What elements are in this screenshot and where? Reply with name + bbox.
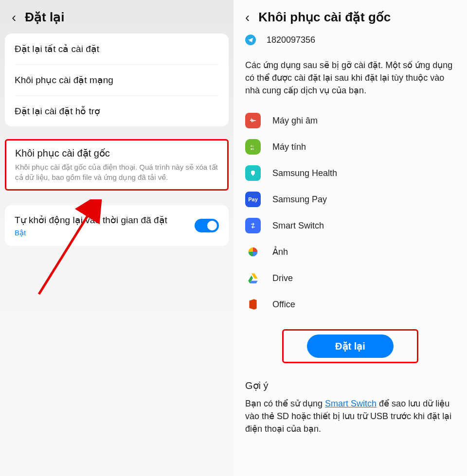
- back-icon[interactable]: ‹: [245, 11, 250, 24]
- factory-reset-title: Khôi phục cài đặt gốc: [15, 147, 218, 159]
- google-drive-icon: [245, 270, 261, 286]
- reset-options-card: Đặt lại tất cả cài đặt Khôi phục cài đặt…: [5, 34, 229, 126]
- app-row-recorder: Máy ghi âm: [245, 107, 455, 134]
- samsung-pay-icon: Pay: [245, 192, 261, 207]
- app-label: Ảnh: [272, 247, 288, 257]
- app-row-calculator: +−×÷ Máy tính: [245, 134, 455, 160]
- app-label: Máy ghi âm: [272, 116, 318, 126]
- samsung-health-icon: [245, 165, 261, 181]
- account-id: 1820097356: [267, 35, 315, 45]
- microsoft-office-icon: [245, 297, 261, 312]
- account-row: 1820097356: [234, 34, 467, 54]
- uninstall-warning-text: Các ứng dụng sau sẽ bị gỡ cài đặt. Một s…: [234, 54, 467, 106]
- reset-accessibility-settings[interactable]: Đặt lại cài đặt hỗ trợ: [5, 96, 229, 126]
- factory-reset-desc: Khôi phục cài đặt gốc của điện thoại. Qu…: [15, 162, 218, 182]
- app-label: Office: [272, 300, 295, 310]
- page-title: Đặt lại: [25, 10, 64, 25]
- app-label: Samsung Pay: [272, 194, 327, 205]
- app-label: Drive: [272, 273, 293, 283]
- smart-switch-icon: [245, 218, 261, 233]
- reset-button-highlight: Đặt lại: [282, 329, 418, 363]
- app-label: Smart Switch: [272, 221, 324, 231]
- telegram-icon: [245, 35, 256, 45]
- header-right: ‹ Khôi phục cài đặt gốc: [234, 0, 467, 34]
- auto-restart-state: Bật: [15, 229, 185, 237]
- auto-restart-toggle[interactable]: [195, 219, 219, 232]
- app-row-smart-switch: Smart Switch: [245, 212, 455, 239]
- auto-restart-card: Tự khởi động lại vào thời gian đã đặt Bậ…: [5, 205, 229, 246]
- app-label: Samsung Health: [272, 168, 337, 178]
- header-left: ‹ Đặt lại: [0, 0, 234, 34]
- auto-restart-title: Tự khởi động lại vào thời gian đã đặt: [15, 214, 185, 227]
- factory-reset-option[interactable]: Khôi phục cài đặt gốc Khôi phục cài đặt …: [5, 139, 229, 191]
- reset-all-settings[interactable]: Đặt lại tất cả cài đặt: [5, 34, 229, 64]
- app-row-office: Office: [245, 291, 455, 317]
- app-label: Máy tính: [272, 142, 306, 152]
- hint-text-before: Bạn có thể sử dụng: [245, 399, 325, 408]
- google-photos-icon: [245, 244, 261, 260]
- calculator-icon: +−×÷: [245, 139, 261, 155]
- factory-reset-detail-screen: ‹ Khôi phục cài đặt gốc 1820097356 Các ứ…: [234, 0, 467, 476]
- page-title: Khôi phục cài đặt gốc: [258, 10, 391, 25]
- svg-text:×÷: ×÷: [251, 147, 254, 151]
- voice-recorder-icon: [245, 113, 261, 128]
- hint-title: Gợi ý: [234, 368, 467, 395]
- reset-button[interactable]: Đặt lại: [307, 335, 394, 358]
- app-list: Máy ghi âm +−×÷ Máy tính Samsung Health …: [234, 106, 467, 321]
- app-row-samsung-health: Samsung Health: [245, 160, 455, 186]
- app-row-samsung-pay: Pay Samsung Pay: [245, 186, 455, 212]
- smart-switch-link[interactable]: Smart Switch: [325, 399, 377, 408]
- app-row-drive: Drive: [245, 265, 455, 291]
- reset-settings-screen: ‹ Đặt lại Đặt lại tất cả cài đặt Khôi ph…: [0, 0, 234, 476]
- app-row-photos: Ảnh: [245, 239, 455, 265]
- back-icon[interactable]: ‹: [12, 11, 16, 24]
- reset-network-settings[interactable]: Khôi phục cài đặt mạng: [5, 65, 229, 95]
- hint-body: Bạn có thể sử dụng Smart Switch để sao l…: [234, 395, 467, 445]
